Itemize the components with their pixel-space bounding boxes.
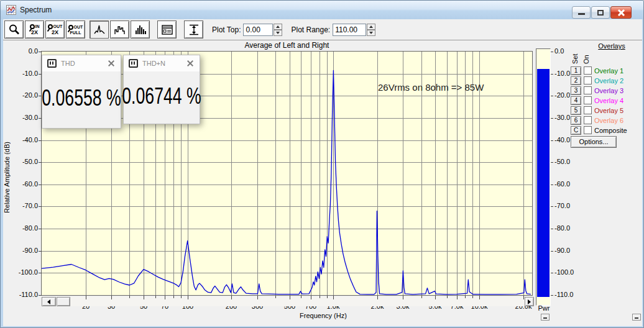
down-arrow-icon bbox=[276, 32, 280, 34]
plot-range-spin-up[interactable] bbox=[367, 24, 375, 30]
x-tick-mark bbox=[479, 296, 480, 299]
thd-n-close-icon[interactable] bbox=[186, 59, 195, 68]
h-scrollbar-thumb[interactable] bbox=[57, 297, 70, 306]
h-scroll-left-button[interactable] bbox=[42, 297, 56, 306]
plot-title: Average of Left and Right bbox=[42, 41, 532, 50]
plot-range-spin-down[interactable] bbox=[367, 30, 375, 36]
overlay-on-checkbox[interactable] bbox=[584, 116, 592, 124]
overlay-label: Overlay 2 bbox=[594, 77, 623, 84]
y-tick-label-right: -100.0 bbox=[554, 268, 587, 276]
x-tick-mark bbox=[165, 296, 165, 299]
peak-curve-icon bbox=[93, 24, 106, 36]
y-tick-label-right: -70.0 bbox=[554, 202, 587, 209]
y-axis-title: Relative Amplitude (dB) bbox=[3, 119, 11, 237]
line-spectrum-view-button[interactable] bbox=[90, 20, 109, 39]
overlay-on-checkbox[interactable] bbox=[584, 86, 592, 94]
x-tick-mark bbox=[377, 296, 378, 299]
bar-spectrum-view-button[interactable] bbox=[131, 20, 150, 39]
steps-icon bbox=[114, 24, 126, 36]
plot-top-spin-down[interactable] bbox=[274, 30, 282, 36]
overlay-on-checkbox[interactable] bbox=[584, 66, 592, 75]
x-tick-mark bbox=[290, 296, 290, 299]
thd-n-value: 0.06744 % bbox=[134, 71, 190, 122]
minimize-icon bbox=[578, 13, 585, 15]
thd-n-window-title: THD+N bbox=[142, 60, 186, 67]
overlay-set-button[interactable]: 4 bbox=[571, 96, 581, 105]
h-scroll-right-button[interactable] bbox=[525, 297, 534, 306]
y-tick-mark bbox=[39, 184, 42, 185]
overlay-label: Overlay 5 bbox=[594, 107, 623, 114]
overlays-title: Overlays bbox=[587, 42, 636, 50]
overlay-set-button[interactable]: C bbox=[571, 126, 581, 135]
thd-window[interactable]: THD 0.06558 % bbox=[42, 55, 121, 129]
x-tick-mark bbox=[181, 296, 182, 298]
fit-vertical-button[interactable] bbox=[184, 20, 203, 39]
thd-window-titlebar[interactable]: THD bbox=[42, 55, 121, 71]
spectrum-app-icon bbox=[6, 5, 16, 15]
zoom-out-2x-button[interactable]: OUT 2X bbox=[45, 20, 65, 39]
x-tick-mark bbox=[257, 296, 258, 299]
plot-top-spinner bbox=[274, 24, 282, 36]
overlay-on-checkbox[interactable] bbox=[584, 106, 592, 114]
x-tick-mark bbox=[311, 296, 311, 299]
step-spectrum-view-button[interactable] bbox=[110, 20, 129, 39]
y-tick-mark bbox=[39, 229, 42, 229]
title-bar[interactable]: Spectrum bbox=[1, 1, 643, 19]
y-tick-mark bbox=[39, 52, 42, 52]
plot-top-spin-up[interactable] bbox=[274, 24, 282, 30]
h-scrollbar-track[interactable] bbox=[42, 297, 534, 306]
thd-close-icon[interactable] bbox=[107, 59, 116, 68]
close-button[interactable] bbox=[610, 6, 632, 19]
overlay-set-button[interactable]: 6 bbox=[571, 116, 581, 125]
zoom-in-2x-icon: IN 2X bbox=[30, 24, 40, 35]
x-tick-mark bbox=[231, 296, 232, 299]
zoom-tool-button[interactable] bbox=[4, 20, 24, 39]
overlay-set-button[interactable]: 3 bbox=[571, 86, 581, 95]
x-tick-mark bbox=[333, 296, 334, 299]
plot-range-label: Plot Range: bbox=[291, 25, 330, 34]
splitter-collapse-button[interactable] bbox=[632, 314, 641, 321]
maximize-icon bbox=[597, 10, 604, 16]
overlay-set-button[interactable]: 2 bbox=[571, 76, 581, 85]
overlay-label: Overlay 3 bbox=[594, 87, 623, 94]
maximize-button[interactable] bbox=[591, 6, 610, 19]
toolbar: IN 2X OUT 2X OUT FULL bbox=[3, 19, 642, 40]
y-tick-label: -50.0 bbox=[11, 158, 38, 165]
x-tick-mark bbox=[275, 296, 276, 298]
x-tick-mark bbox=[327, 296, 328, 298]
meter-icon bbox=[47, 59, 57, 68]
thd-window-title: THD bbox=[61, 60, 107, 67]
y-tick-mark bbox=[39, 140, 42, 141]
x-tick-mark bbox=[86, 296, 86, 299]
plot-top-input[interactable] bbox=[243, 24, 273, 36]
y-tick-label: -10.0 bbox=[11, 70, 38, 77]
thd-n-window[interactable]: THD+N 0.06744 % bbox=[123, 55, 200, 124]
bars-icon bbox=[134, 24, 147, 36]
y-tick-label-right: -50.0 bbox=[554, 158, 587, 165]
overlays-options-button[interactable]: Options... bbox=[571, 136, 617, 148]
x-tick-mark bbox=[129, 296, 130, 298]
zoom-in-2x-button[interactable]: IN 2X bbox=[25, 20, 44, 39]
minimize-button[interactable] bbox=[572, 6, 591, 19]
overlay-set-button[interactable]: 1 bbox=[571, 66, 581, 75]
overlay-on-checkbox[interactable] bbox=[584, 96, 592, 104]
y-tick-mark bbox=[39, 295, 42, 296]
plot-range-input[interactable] bbox=[333, 24, 366, 36]
zoom-out-full-button[interactable]: OUT FULL bbox=[66, 20, 85, 39]
y-tick-label: -60.0 bbox=[11, 180, 38, 188]
splitter-collapse-button[interactable] bbox=[541, 314, 550, 321]
plot-top-label: Plot Top: bbox=[212, 25, 241, 34]
display-options-button[interactable] bbox=[157, 20, 177, 39]
y-tick-mark bbox=[39, 251, 42, 252]
overlay-on-checkbox[interactable] bbox=[584, 126, 592, 134]
overlays-on-column-header: On bbox=[582, 50, 590, 64]
down-arrow-icon bbox=[369, 32, 373, 34]
thd-n-window-titlebar[interactable]: THD+N bbox=[124, 55, 200, 71]
zoom-out-full-icon: OUT FULL bbox=[68, 25, 83, 35]
y-tick-label: -30.0 bbox=[11, 114, 38, 121]
y-tick-label: -90.0 bbox=[11, 247, 38, 254]
overlay-set-button[interactable]: 5 bbox=[571, 106, 581, 115]
x-tick-mark bbox=[111, 296, 112, 299]
overlay-on-checkbox[interactable] bbox=[584, 76, 592, 84]
overlay-label: Overlay 6 bbox=[594, 117, 623, 124]
